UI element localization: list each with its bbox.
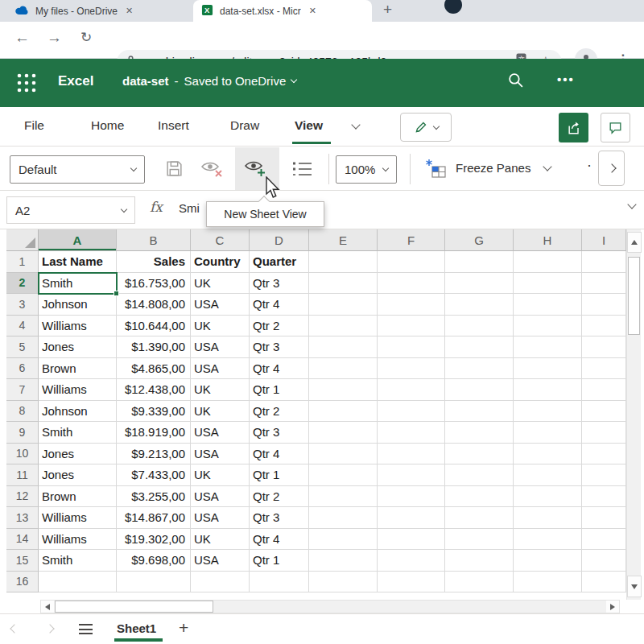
grid-cell-E12[interactable] bbox=[309, 486, 378, 508]
row-header-15[interactable]: 15 bbox=[6, 550, 39, 572]
grid-cell-I3[interactable] bbox=[582, 294, 626, 316]
scroll-up-button[interactable] bbox=[627, 232, 642, 253]
row-header-11[interactable]: 11 bbox=[6, 464, 39, 486]
add-sheet-button[interactable]: + bbox=[179, 618, 188, 638]
grid-cell-H16[interactable] bbox=[514, 572, 582, 593]
grid-cell-H12[interactable] bbox=[514, 486, 582, 508]
grid-cell-E2[interactable] bbox=[309, 273, 378, 295]
horizontal-scrollbar[interactable] bbox=[40, 600, 620, 613]
grid-cell-H3[interactable] bbox=[514, 294, 582, 316]
grid-cell-E9[interactable] bbox=[309, 422, 378, 444]
grid-cell-G5[interactable] bbox=[445, 336, 514, 358]
grid-cell-G12[interactable] bbox=[445, 486, 514, 508]
scroll-left-button[interactable] bbox=[41, 601, 54, 613]
row-header-16[interactable]: 16 bbox=[6, 572, 39, 593]
grid-cell-A7[interactable]: Williams bbox=[39, 379, 117, 401]
grid-cell-H2[interactable] bbox=[514, 273, 582, 295]
grid-cell-H6[interactable] bbox=[514, 358, 582, 380]
grid-cell-A11[interactable]: Jones bbox=[39, 464, 117, 486]
grid-cell-C2[interactable]: UK bbox=[191, 273, 250, 295]
grid-cell-D2[interactable]: Qtr 3 bbox=[250, 273, 309, 295]
grid-cell-C5[interactable]: USA bbox=[191, 336, 250, 358]
tab-draw[interactable]: Draw bbox=[230, 118, 259, 133]
grid-cell-B4[interactable]: $10.644,00 bbox=[117, 316, 191, 337]
grid-cell-D5[interactable]: Qtr 3 bbox=[250, 336, 309, 358]
grid-cell-H1[interactable] bbox=[514, 251, 582, 273]
grid-cell-E3[interactable] bbox=[309, 294, 378, 316]
tab-home[interactable]: Home bbox=[91, 118, 124, 133]
reload-icon[interactable]: ↻ bbox=[80, 29, 92, 46]
grid-cell-A13[interactable]: Williams bbox=[39, 507, 117, 529]
grid-cell-C3[interactable]: USA bbox=[191, 294, 250, 316]
grid-cell-G10[interactable] bbox=[445, 444, 514, 465]
row-header-12[interactable]: 12 bbox=[6, 486, 39, 508]
grid-cell-D10[interactable]: Qtr 4 bbox=[250, 444, 309, 465]
grid-cell-C14[interactable]: UK bbox=[191, 529, 250, 551]
grid-cell-F7[interactable] bbox=[378, 379, 445, 401]
grid-cell-F6[interactable] bbox=[378, 358, 445, 380]
grid-cell-E15[interactable] bbox=[309, 550, 378, 572]
column-header-A[interactable]: A bbox=[39, 229, 117, 251]
grid-cell-C9[interactable]: USA bbox=[191, 422, 250, 444]
grid-cell-F2[interactable] bbox=[378, 273, 445, 295]
row-header-5[interactable]: 5 bbox=[6, 336, 39, 358]
grid-cell-F8[interactable] bbox=[378, 401, 445, 423]
grid-cell-F16[interactable] bbox=[378, 572, 445, 593]
formula-bar-expand-icon[interactable] bbox=[627, 200, 636, 208]
grid-cell-D3[interactable]: Qtr 4 bbox=[250, 294, 309, 316]
row-header-9[interactable]: 9 bbox=[6, 422, 39, 444]
grid-cell-C16[interactable] bbox=[191, 572, 250, 593]
grid-cell-E7[interactable] bbox=[309, 379, 378, 401]
vertical-scrollbar[interactable] bbox=[626, 229, 641, 600]
grid-cell-C8[interactable]: UK bbox=[191, 401, 250, 423]
grid-cell-H14[interactable] bbox=[514, 529, 582, 551]
grid-cell-C10[interactable]: USA bbox=[191, 444, 250, 465]
grid-cell-G16[interactable] bbox=[445, 572, 514, 593]
formula-input[interactable]: Smi bbox=[179, 201, 200, 215]
grid-cell-B7[interactable]: $12.438,00 bbox=[117, 379, 191, 401]
grid-cell-I16[interactable] bbox=[582, 572, 626, 593]
grid-cell-B10[interactable]: $9.213,00 bbox=[117, 444, 191, 465]
grid-cell-F4[interactable] bbox=[378, 316, 445, 337]
row-header-13[interactable]: 13 bbox=[6, 507, 39, 529]
row-header-8[interactable]: 8 bbox=[6, 401, 39, 423]
app-name[interactable]: Excel bbox=[58, 73, 93, 89]
tab-file[interactable]: File bbox=[24, 118, 44, 133]
grid-cell-F13[interactable] bbox=[378, 507, 445, 529]
tab-close-icon[interactable]: ✕ bbox=[309, 6, 316, 16]
grid-cell-B9[interactable]: $18.919,00 bbox=[117, 422, 191, 444]
grid-cell-D1[interactable]: Quarter bbox=[250, 251, 309, 273]
grid-cell-A6[interactable]: Brown bbox=[39, 358, 117, 380]
scroll-right-button[interactable] bbox=[606, 601, 619, 613]
freeze-panes-label[interactable]: Freeze Panes bbox=[456, 161, 530, 175]
grid-cell-B2[interactable]: $16.753,00 bbox=[117, 273, 191, 295]
ribbon-tabs-chevron-icon[interactable] bbox=[351, 120, 360, 129]
grid-cell-I4[interactable] bbox=[582, 316, 626, 337]
grid-cell-E6[interactable] bbox=[309, 358, 378, 380]
grid-cell-A10[interactable]: Jones bbox=[39, 444, 117, 465]
grid-cell-G4[interactable] bbox=[445, 316, 514, 337]
grid-cell-C12[interactable]: USA bbox=[191, 486, 250, 508]
grid-cell-C6[interactable]: USA bbox=[191, 358, 250, 380]
freeze-panes-icon[interactable] bbox=[425, 158, 447, 183]
grid-cell-E10[interactable] bbox=[309, 444, 378, 465]
grid-cell-A12[interactable]: Brown bbox=[39, 486, 117, 508]
grid-cell-I11[interactable] bbox=[582, 464, 626, 486]
tab-close-icon[interactable]: ✕ bbox=[126, 6, 133, 16]
column-header-E[interactable]: E bbox=[309, 229, 378, 251]
grid-cell-A14[interactable]: Williams bbox=[39, 529, 117, 551]
grid-cell-I9[interactable] bbox=[582, 422, 626, 444]
row-header-14[interactable]: 14 bbox=[6, 529, 39, 551]
tab-insert[interactable]: Insert bbox=[158, 118, 189, 133]
grid-cell-I2[interactable] bbox=[582, 273, 626, 295]
grid-cell-H11[interactable] bbox=[514, 464, 582, 486]
grid-cell-I8[interactable] bbox=[582, 401, 626, 423]
grid-cell-G3[interactable] bbox=[445, 294, 514, 316]
editing-mode-button[interactable] bbox=[400, 113, 452, 142]
grid-cell-F5[interactable] bbox=[378, 336, 445, 358]
grid-cell-B5[interactable]: $1.390,00 bbox=[117, 336, 191, 358]
grid-cell-D15[interactable]: Qtr 1 bbox=[250, 550, 309, 572]
grid-cell-G11[interactable] bbox=[445, 464, 514, 486]
grid-cell-B15[interactable]: $9.698,00 bbox=[117, 550, 191, 572]
grid-cell-A3[interactable]: Johnson bbox=[39, 294, 117, 316]
